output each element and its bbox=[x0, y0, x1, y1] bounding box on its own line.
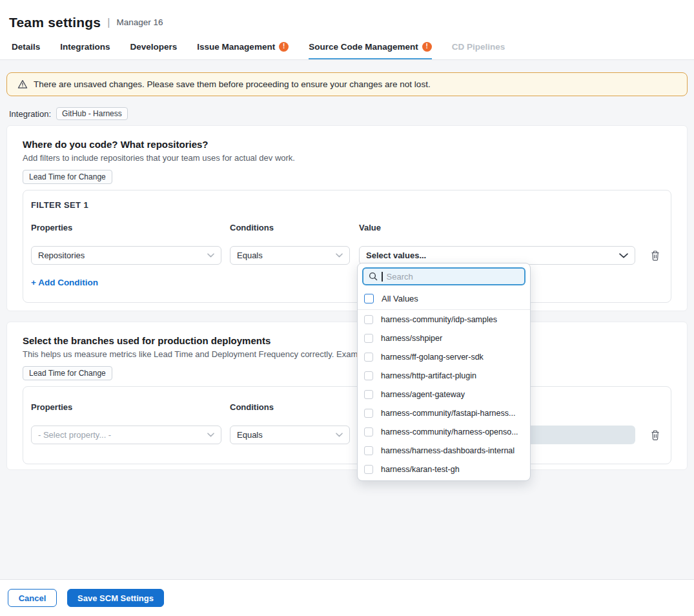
banner-text: There are unsaved changes. Please save t… bbox=[34, 79, 431, 89]
page-subtitle: Manager 16 bbox=[116, 17, 163, 27]
checkbox[interactable] bbox=[364, 353, 373, 362]
delete-filter-button[interactable] bbox=[649, 249, 662, 263]
properties-select-placeholder: - Select property... - bbox=[38, 430, 111, 440]
dropdown-search-input[interactable]: Search bbox=[362, 267, 526, 285]
save-scm-settings-button[interactable]: Save SCM Settings bbox=[67, 589, 164, 607]
tab-label: Integrations bbox=[60, 42, 110, 52]
dropdown-option[interactable]: harness-community/fastapi-harness... bbox=[358, 404, 530, 422]
conditions-label: Conditions bbox=[230, 223, 350, 232]
footer-action-bar: Cancel Save SCM Settings bbox=[0, 579, 694, 616]
tab-label: Developers bbox=[130, 42, 178, 52]
select-all-option[interactable]: All Values bbox=[358, 289, 530, 310]
lead-time-chip: Lead Time for Change bbox=[23, 366, 112, 380]
chevron-down-icon bbox=[207, 433, 214, 437]
conditions-label: Conditions bbox=[230, 402, 350, 412]
search-placeholder: Search bbox=[387, 272, 413, 282]
tab-details[interactable]: Details bbox=[12, 36, 40, 59]
section-subtitle: Add filters to include repositories that… bbox=[23, 153, 671, 163]
branches-filter-set: Properties Conditions - Select property.… bbox=[23, 386, 671, 464]
filter-labels-row: Properties Conditions bbox=[31, 402, 663, 412]
filter-labels-row: Properties Conditions Value bbox=[31, 223, 663, 232]
properties-select-value: Repositories bbox=[38, 251, 85, 260]
dropdown-option[interactable]: harness-community/harness-openso... bbox=[358, 422, 530, 441]
main-content: There are unsaved changes. Please save t… bbox=[0, 60, 694, 579]
checkbox[interactable] bbox=[364, 390, 373, 399]
integration-label: Integration: bbox=[9, 109, 51, 119]
text-cursor bbox=[382, 272, 383, 282]
trash-icon bbox=[650, 429, 660, 441]
value-multiselect[interactable]: Select values... bbox=[359, 246, 635, 265]
chevron-down-icon bbox=[336, 433, 343, 437]
tab-developers[interactable]: Developers bbox=[130, 36, 178, 59]
properties-label: Properties bbox=[31, 223, 221, 232]
page-title: Team settings bbox=[9, 15, 101, 30]
checkbox[interactable] bbox=[364, 371, 373, 380]
delete-filter-button[interactable] bbox=[649, 428, 662, 442]
checkbox[interactable] bbox=[364, 315, 373, 324]
tab-integrations[interactable]: Integrations bbox=[60, 36, 110, 59]
warning-badge-icon: ! bbox=[279, 42, 289, 52]
chevron-down-icon bbox=[336, 253, 343, 258]
tab-label: Source Code Management bbox=[309, 42, 418, 52]
dropdown-option-clipped[interactable]: harness/... bbox=[358, 478, 530, 481]
select-all-label: All Values bbox=[382, 294, 418, 303]
tab-bar: Details Integrations Developers Issue Ma… bbox=[0, 36, 694, 60]
value-label: Value bbox=[359, 223, 635, 232]
checkbox[interactable] bbox=[364, 334, 373, 343]
team-settings-page: Team settings | Manager 16 Details Integ… bbox=[0, 0, 694, 616]
checkbox[interactable] bbox=[364, 409, 373, 418]
cancel-button[interactable]: Cancel bbox=[8, 589, 57, 607]
warning-triangle-icon bbox=[17, 79, 28, 89]
dropdown-option[interactable]: harness/agent-gateway bbox=[358, 385, 530, 404]
dropdown-option[interactable]: harness/ff-golang-server-sdk bbox=[358, 347, 530, 366]
tab-label: CD Pipelines bbox=[452, 42, 505, 52]
tab-cd-pipelines: CD Pipelines bbox=[452, 36, 505, 59]
repositories-section: Where do you code? What repositories? Ad… bbox=[6, 125, 688, 311]
conditions-select[interactable]: Equals bbox=[230, 246, 350, 265]
dropdown-option[interactable]: harness-community/idp-samples bbox=[358, 310, 530, 329]
tab-label: Issue Management bbox=[197, 42, 275, 52]
properties-select[interactable]: - Select property... - bbox=[31, 426, 221, 444]
dropdown-option[interactable]: harness/http-artifact-plugin bbox=[358, 366, 530, 385]
page-header: Team settings | Manager 16 bbox=[0, 0, 694, 36]
trash-icon bbox=[650, 250, 660, 262]
branches-section: Select the branches used for production … bbox=[6, 322, 688, 470]
search-icon bbox=[369, 272, 378, 281]
unsaved-changes-banner: There are unsaved changes. Please save t… bbox=[6, 72, 688, 96]
dropdown-option[interactable]: harness/sshpiper bbox=[358, 329, 530, 347]
tab-label: Details bbox=[12, 42, 40, 52]
section-title: Where do you code? What repositories? bbox=[23, 139, 671, 150]
tab-source-code-management[interactable]: Source Code Management ! bbox=[309, 36, 432, 59]
checkbox[interactable] bbox=[364, 446, 373, 455]
checkbox[interactable] bbox=[364, 465, 373, 474]
filter-set-label: FILTER SET 1 bbox=[31, 200, 663, 210]
section-title: Select the branches used for production … bbox=[23, 335, 671, 346]
conditions-select-value: Equals bbox=[237, 251, 263, 260]
integration-chip[interactable]: GitHub - Harness bbox=[56, 107, 128, 120]
lead-time-chip: Lead Time for Change bbox=[23, 170, 112, 184]
properties-select[interactable]: Repositories bbox=[31, 246, 221, 265]
filter-fields-row: Repositories Equals Select values... bbox=[31, 246, 663, 265]
chevron-down-icon bbox=[207, 253, 214, 258]
properties-label: Properties bbox=[31, 402, 221, 412]
section-subtitle: This helps us measure metrics like Lead … bbox=[23, 349, 671, 359]
filter-set-1: FILTER SET 1 Properties Conditions Value… bbox=[23, 190, 671, 303]
dropdown-option[interactable]: harness/karan-test-gh bbox=[358, 460, 530, 478]
warning-badge-icon: ! bbox=[422, 42, 432, 52]
checkbox[interactable] bbox=[364, 427, 373, 436]
integration-row: Integration: GitHub - Harness bbox=[9, 107, 688, 120]
title-separator: | bbox=[107, 17, 110, 28]
tab-issue-management[interactable]: Issue Management ! bbox=[197, 36, 289, 59]
dropdown-option[interactable]: harness/harness-dashboards-internal bbox=[358, 441, 530, 460]
filter-fields-row: - Select property... - Equals bbox=[31, 426, 663, 444]
value-select-placeholder: Select values... bbox=[366, 251, 426, 260]
add-condition-button[interactable]: + Add Condition bbox=[31, 278, 98, 287]
chevron-down-icon bbox=[619, 253, 628, 258]
conditions-select[interactable]: Equals bbox=[230, 426, 350, 444]
value-dropdown-panel: Search All Values harness-community/idp-… bbox=[357, 263, 531, 481]
conditions-select-value: Equals bbox=[237, 430, 263, 440]
checkbox[interactable] bbox=[364, 294, 374, 303]
